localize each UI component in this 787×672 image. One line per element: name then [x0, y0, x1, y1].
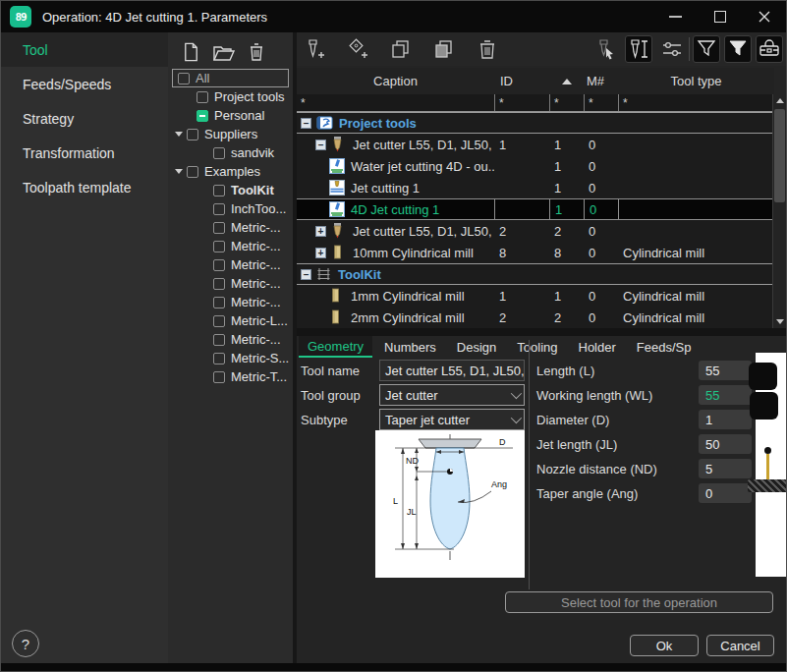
- table-row-jet-cutter-1[interactable]: – Jet cutter L55, D1, JL50, N... 1 1 0: [297, 134, 774, 155]
- paste-tool-button[interactable]: [430, 35, 458, 63]
- expander-minus-icon[interactable]: –: [301, 269, 311, 280]
- ok-button[interactable]: Ok: [630, 635, 699, 656]
- tree-item-sandvik[interactable]: sandvik: [168, 143, 293, 162]
- select-tool-button[interactable]: Select tool for the operation: [505, 591, 773, 613]
- view-options-button[interactable]: [658, 35, 686, 63]
- checkbox-metric-6[interactable]: [213, 334, 225, 346]
- collapse-arrow-icon[interactable]: [175, 132, 183, 137]
- table-row-jet-cutter-2[interactable]: + Jet cutter L55, D1, JL50, N... 2 2 0: [297, 220, 774, 242]
- tab-geometry[interactable]: Geometry: [299, 336, 372, 358]
- column-header-tool-type[interactable]: Tool type: [618, 74, 774, 88]
- tree-item-metric-l[interactable]: Metric-L...: [168, 311, 293, 330]
- tree-item-metric-3[interactable]: Metric-...: [168, 255, 293, 274]
- diameter-input[interactable]: 1: [699, 410, 752, 429]
- checkbox-metric-4[interactable]: [213, 278, 225, 290]
- table-row-2mm-cylindrical-mill[interactable]: 2mm Cylindrical mill 2 2 0 Cylindrical m…: [297, 307, 774, 328]
- expander-plus-icon[interactable]: +: [315, 226, 326, 237]
- length-input[interactable]: 55: [699, 361, 752, 380]
- toolbox-button[interactable]: [756, 35, 783, 63]
- checkbox-metric-l[interactable]: [213, 315, 225, 327]
- checkbox-metric-1[interactable]: [213, 222, 225, 234]
- expander-plus-icon[interactable]: +: [315, 248, 326, 258]
- filter-m[interactable]: *: [584, 94, 618, 111]
- checkbox-inchtoolkit[interactable]: [213, 203, 225, 215]
- filter-caption[interactable]: *: [297, 94, 494, 111]
- tool-group-dropdown[interactable]: Jet cutter: [379, 384, 525, 406]
- nozzle-distance-input[interactable]: 5: [699, 459, 752, 478]
- checkbox-personal-checked[interactable]: [197, 110, 208, 122]
- new-library-button[interactable]: [181, 41, 201, 63]
- table-row-4d-jet-cutting-1-selected[interactable]: 4D Jet cutting 1 1 0: [297, 198, 774, 220]
- preview-button[interactable]: [749, 363, 777, 390]
- expander-minus-icon[interactable]: –: [301, 118, 311, 129]
- scroll-down-button[interactable]: [773, 315, 786, 328]
- help-button[interactable]: ?: [12, 630, 39, 657]
- tab-tooling[interactable]: Tooling: [508, 336, 566, 358]
- tree-item-project-tools[interactable]: Project tools: [168, 87, 293, 106]
- working-length-input[interactable]: 55: [699, 385, 752, 405]
- checkbox-sandvik[interactable]: [213, 147, 225, 159]
- tree-item-metric-1[interactable]: Metric-...: [168, 218, 293, 237]
- table-row-group-toolkit[interactable]: – ToolKit: [297, 263, 774, 285]
- column-header-caption[interactable]: Caption: [297, 74, 494, 88]
- sidebar-item-transformation[interactable]: Transformation: [1, 136, 168, 170]
- table-row-10mm-cylindrical-mill[interactable]: + 10mm Cylindrical mill 8 8 0 Cylindrica…: [297, 242, 774, 263]
- checkbox-metric-3[interactable]: [213, 259, 225, 271]
- column-header-number[interactable]: [549, 79, 584, 84]
- scrollbar-thumb[interactable]: [774, 109, 785, 202]
- column-header-m[interactable]: M#: [584, 74, 618, 88]
- cancel-button[interactable]: Cancel: [706, 635, 774, 656]
- checkbox-metric-5[interactable]: [213, 297, 225, 308]
- tree-item-suppliers[interactable]: Suppliers: [168, 125, 293, 143]
- scroll-up-button[interactable]: [773, 94, 786, 107]
- tree-item-metric-4[interactable]: Metric-...: [168, 274, 293, 293]
- tree-item-metric-5[interactable]: Metric-...: [168, 293, 293, 311]
- filter-tool-type[interactable]: *: [618, 94, 774, 111]
- delete-tool-button[interactable]: [474, 35, 501, 63]
- checkbox-suppliers[interactable]: [187, 129, 198, 140]
- table-form-splitter[interactable]: [297, 328, 786, 336]
- column-header-id[interactable]: ID: [494, 74, 549, 88]
- preview-button[interactable]: [750, 392, 778, 420]
- tree-item-metric-t[interactable]: Metric-T...: [168, 367, 293, 386]
- add-tool-button[interactable]: [301, 35, 328, 63]
- filter-number[interactable]: *: [549, 94, 584, 111]
- checkbox-metric-t[interactable]: [213, 371, 225, 383]
- sidebar-item-toolpath-template[interactable]: Toolpath template: [1, 170, 168, 204]
- sidebar-item-tool[interactable]: Tool: [1, 32, 168, 67]
- tab-feeds-speeds[interactable]: Feeds/Sp: [628, 336, 701, 358]
- tab-design[interactable]: Design: [448, 336, 505, 358]
- table-row-group-project-tools[interactable]: – Project tools: [297, 112, 774, 134]
- taper-angle-input[interactable]: 0: [699, 483, 752, 503]
- tree-item-inchtoolkit[interactable]: InchToo...: [168, 199, 293, 218]
- tree-item-metric-s[interactable]: Metric-S...: [168, 349, 293, 367]
- jet-length-input[interactable]: 50: [699, 434, 752, 454]
- table-row-1mm-cylindrical-mill[interactable]: 1mm Cylindrical mill 1 1 0 Cylindrical m…: [297, 285, 774, 307]
- checkbox-metric-s[interactable]: [213, 353, 225, 364]
- tree-item-toolkit[interactable]: ToolKit: [168, 181, 293, 199]
- copy-tool-button[interactable]: [387, 35, 415, 63]
- tree-item-all[interactable]: All: [172, 69, 289, 87]
- collapse-arrow-icon[interactable]: [175, 169, 183, 174]
- filter-button[interactable]: [693, 35, 720, 63]
- sidebar-item-feeds-speeds[interactable]: Feeds/Speeds: [1, 67, 168, 101]
- close-button[interactable]: [742, 1, 786, 32]
- sidebar-item-strategy[interactable]: Strategy: [1, 101, 168, 136]
- checkbox-toolkit[interactable]: [213, 185, 225, 196]
- tree-item-personal[interactable]: Personal: [168, 106, 293, 125]
- delete-library-button[interactable]: [247, 41, 266, 63]
- expander-minus-icon[interactable]: –: [315, 140, 326, 150]
- maximize-button[interactable]: [698, 1, 742, 32]
- filter-id[interactable]: *: [494, 94, 549, 111]
- tool-name-field[interactable]: Jet cutter L55, D1, JL50, N: [379, 360, 525, 381]
- table-row-water-jet-4d[interactable]: Water jet cutting 4D - ou... 1 0: [297, 155, 774, 177]
- subtype-dropdown[interactable]: Taper jet cutter: [379, 409, 525, 430]
- checkbox-examples[interactable]: [187, 166, 198, 178]
- tab-holder[interactable]: Holder: [570, 336, 625, 358]
- checkbox-project-tools[interactable]: [197, 91, 208, 103]
- pick-tool-button[interactable]: [592, 35, 620, 63]
- tree-item-examples[interactable]: Examples: [168, 162, 293, 181]
- tree-item-metric-6[interactable]: Metric-...: [168, 330, 293, 349]
- checkbox-metric-2[interactable]: [213, 241, 225, 252]
- minimize-button[interactable]: [653, 1, 698, 32]
